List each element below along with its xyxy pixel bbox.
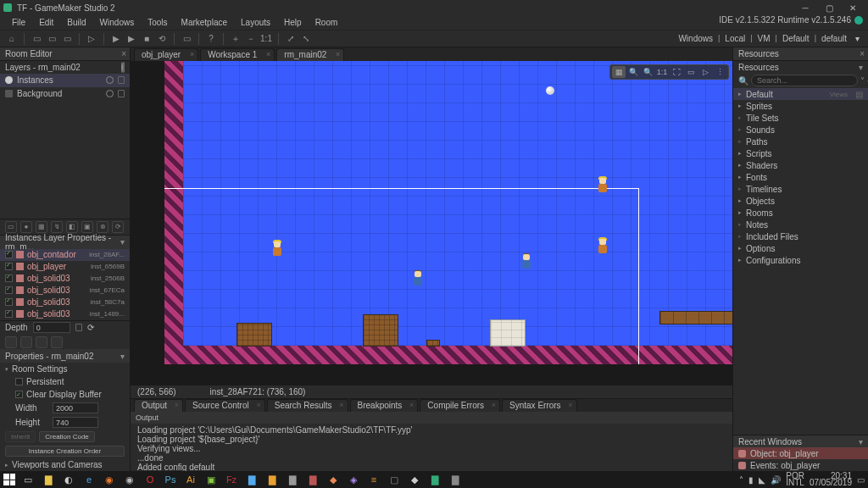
illustrator-icon[interactable]: Ai	[183, 473, 198, 486]
recent-item[interactable]: Object: obj_player	[733, 447, 868, 459]
close-icon[interactable]: ×	[336, 50, 340, 58]
instance-row[interactable]: obj_solid03inst_58C7a	[0, 297, 130, 308]
height-input[interactable]	[53, 417, 98, 428]
add-asset-layer-icon[interactable]: ◧	[66, 221, 78, 233]
more-icon[interactable]: ⋮	[713, 66, 726, 78]
tab-compile-errors[interactable]: Compile Errors×	[420, 399, 500, 412]
battery-icon[interactable]: ▮	[748, 475, 754, 485]
collapse-icon[interactable]: ⤡	[299, 32, 313, 46]
close-button[interactable]: ✕	[841, 1, 865, 14]
resource-folder[interactable]: ▸Sounds	[733, 124, 868, 136]
tab-obj-player[interactable]: obj_player×	[134, 48, 198, 61]
target-dropdown-icon[interactable]: ▾	[852, 34, 863, 43]
wifi-icon[interactable]: ◣	[759, 475, 765, 485]
app-icon[interactable]: ▣	[203, 473, 219, 486]
inherit-button[interactable]: Inherit	[5, 431, 36, 442]
resource-folder[interactable]: ▸Timelines	[733, 183, 868, 195]
tab-breakpoints[interactable]: Breakpoints×	[350, 399, 419, 412]
menu-tools[interactable]: Tools	[141, 16, 174, 29]
opera-icon[interactable]: O	[142, 473, 158, 486]
output-log[interactable]: Loading project 'C:\Users\Gui\Documents\…	[131, 424, 732, 471]
zoom-fit-icon[interactable]: 1:1	[655, 66, 669, 78]
moon-sprite[interactable]	[546, 86, 554, 95]
krita-icon[interactable]: ◆	[326, 473, 341, 486]
resource-folder[interactable]: ▸Rooms	[733, 207, 868, 219]
crate-instance[interactable]	[237, 324, 271, 346]
chevron-down-icon[interactable]: ▾	[859, 437, 863, 446]
edge-icon[interactable]: e	[81, 473, 97, 486]
resource-folder[interactable]: ▸Sprites	[733, 100, 868, 112]
room-settings-row[interactable]: ▾Room Settings	[0, 363, 130, 375]
instance-row[interactable]: obj_solid03inst_2506B	[0, 273, 130, 285]
recent-item[interactable]: Events: obj_player	[733, 459, 868, 471]
instance-row[interactable]: obj_solid03inst_1489...	[0, 308, 130, 320]
instance-row[interactable]: obj_solid03inst_67ECa	[0, 285, 130, 297]
crate-instance[interactable]	[364, 315, 398, 346]
checkbox[interactable]	[5, 263, 13, 270]
resource-default[interactable]: ▸DefaultViews▤	[733, 88, 868, 100]
zoom-out-icon[interactable]: 🔍	[641, 66, 654, 78]
inherit-icon[interactable]: ⟳	[87, 323, 94, 332]
crate-instance[interactable]	[427, 341, 439, 346]
app-icon[interactable]: ◈	[346, 473, 361, 486]
viewports-row[interactable]: ▸Viewports and Cameras	[0, 458, 130, 471]
app-icon[interactable]: ▇	[264, 473, 280, 486]
start-button[interactable]	[3, 474, 15, 485]
lock-icon[interactable]	[118, 90, 125, 97]
grid-toggle-icon[interactable]: ▦	[612, 66, 626, 78]
zoom-in-icon[interactable]: ＋	[229, 32, 242, 46]
resource-folder[interactable]: ▸Paths	[733, 136, 868, 147]
btn-4[interactable]	[51, 336, 63, 348]
obj-player-instance[interactable]	[412, 271, 424, 288]
filezilla-icon[interactable]: Fz	[224, 473, 239, 486]
gms-icon[interactable]: ▇	[427, 473, 442, 486]
menu-help[interactable]: Help	[277, 16, 309, 29]
menu-windows[interactable]: Windows	[93, 16, 142, 29]
add-path-layer-icon[interactable]: ↯	[51, 221, 63, 233]
zoom-in-icon[interactable]: 🔍	[626, 66, 640, 78]
notifications-icon[interactable]: ▭	[857, 475, 865, 485]
close-icon[interactable]: ×	[121, 49, 126, 58]
box-instance[interactable]	[491, 320, 525, 346]
expand-icon[interactable]: ⤢	[284, 32, 298, 46]
platform-instance[interactable]	[660, 312, 732, 324]
menu-marketplace[interactable]: Marketplace	[175, 16, 234, 29]
package-icon[interactable]: ▭	[180, 32, 193, 46]
target-vm[interactable]: VM	[754, 34, 774, 43]
eye-icon[interactable]	[106, 90, 114, 97]
btn-2[interactable]	[20, 336, 32, 348]
instance-creation-order-button[interactable]: Instance Creation Order	[5, 446, 125, 457]
resource-folder[interactable]: ▸Configurations	[733, 254, 868, 266]
checkbox[interactable]	[5, 274, 13, 282]
menu-layouts[interactable]: Layouts	[234, 16, 277, 29]
depth-input[interactable]	[33, 322, 70, 333]
chrome-icon[interactable]: ◉	[122, 473, 137, 486]
checkbox[interactable]	[5, 286, 13, 294]
minimize-button[interactable]: ─	[793, 1, 817, 14]
app-icon[interactable]: ▇	[448, 473, 463, 486]
firefox-icon[interactable]: ◉	[102, 473, 117, 486]
save-icon[interactable]: ▭	[60, 32, 74, 46]
lock-icon[interactable]	[75, 324, 82, 331]
tab-workspace-1[interactable]: Workspace 1×	[200, 48, 275, 61]
btn-3[interactable]	[36, 336, 47, 348]
instance-row[interactable]: obj_playerinst_6569B	[0, 261, 130, 273]
close-icon[interactable]: ×	[266, 50, 270, 58]
chevron-down-icon[interactable]: ˅	[860, 76, 865, 86]
resources-tab[interactable]: Resources×	[733, 47, 868, 61]
checkbox[interactable]	[5, 251, 13, 258]
chevron-down-icon[interactable]: ▾	[120, 352, 125, 361]
room-canvas[interactable]	[164, 61, 732, 364]
layer-background[interactable]: Background	[0, 87, 130, 101]
select-icon[interactable]: ▭	[684, 66, 698, 78]
sublime-icon[interactable]: ≡	[366, 473, 381, 486]
delete-layer-icon[interactable]: ⊗	[97, 221, 108, 233]
resource-folder[interactable]: ▸Notes	[733, 219, 868, 230]
app-icon[interactable]: ▇	[305, 473, 320, 486]
chevron-down-icon[interactable]: ▾	[859, 63, 863, 72]
inherit-icon[interactable]: ⟳	[112, 221, 124, 233]
target-config[interactable]: default	[818, 34, 850, 43]
room-editor-tab[interactable]: Room Editor×	[0, 47, 130, 61]
menu-edit[interactable]: Edit	[32, 16, 60, 29]
eye-icon[interactable]	[106, 76, 114, 84]
